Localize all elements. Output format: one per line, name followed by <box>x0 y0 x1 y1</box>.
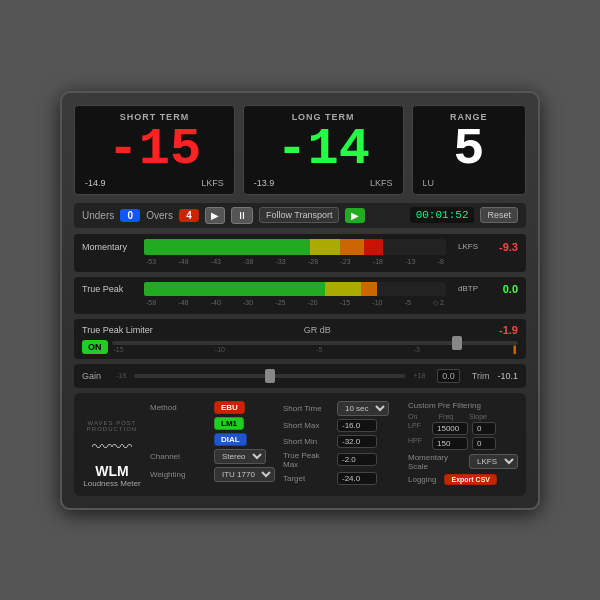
method-row: Method EBU <box>150 401 275 414</box>
range-unit: LU <box>423 178 435 188</box>
tick-8: -8 <box>438 258 444 265</box>
cf-hpf-row: HPF <box>408 437 518 450</box>
lpf-slope-input[interactable] <box>472 422 496 435</box>
limiter-slider-container: -15 -10 -5 -3 ▐ <box>112 341 519 353</box>
momentary-dark-seg <box>383 239 446 255</box>
tp-max-label: True Peak Max <box>283 451 333 469</box>
tick-48: -48 <box>178 258 188 265</box>
tp-scale-labels: -58 -48 -40 -30 -25 -20 -15 -10 -5 ◇ 2 <box>144 299 446 307</box>
method-label: Method <box>150 403 210 412</box>
true-peak-label: True Peak <box>82 284 140 294</box>
target-row: Target <box>283 472 400 485</box>
tick-43: -43 <box>211 258 221 265</box>
target-input[interactable] <box>337 472 377 485</box>
momentary-scale-row: Momentary Scale LKFS <box>408 453 518 471</box>
cf-slope-label: Slope <box>464 413 492 420</box>
lm1-row: LM1 <box>150 417 275 430</box>
momentary-bar <box>144 239 446 255</box>
limiter-track[interactable] <box>112 341 519 345</box>
trim-label: Trim <box>472 371 490 381</box>
ebu-button[interactable]: EBU <box>214 401 245 414</box>
target-label: Target <box>283 474 333 483</box>
logging-button[interactable]: Export CSV <box>444 474 497 485</box>
range-value: 5 <box>453 124 484 176</box>
plugin-container: SHORT TERM -15 -14.9 LKFS LONG TERM -14 … <box>60 91 540 510</box>
tp-yellow-seg <box>325 282 361 296</box>
hpf-slope-input[interactable] <box>472 437 496 450</box>
gain-label: Gain <box>82 371 110 381</box>
weighting-select[interactable]: ITU 1770 <box>214 467 275 482</box>
channel-select[interactable]: Stereo <box>214 449 266 464</box>
gain-value: 0.0 <box>437 369 460 383</box>
gain-track[interactable] <box>134 374 405 378</box>
follow-transport[interactable]: Follow Transport <box>259 207 340 223</box>
momentary-scale-labels: -53 -48 -43 -38 -33 -28 -23 -18 -13 -8 <box>144 258 446 265</box>
bottom-section: WAVES POST PRODUCTION 〰〰 WLM Loudness Me… <box>74 393 526 496</box>
true-peak-section: True Peak dBTP 0.0 -58 -48 -40 -30 -25 -… <box>74 277 526 314</box>
tick-53: -53 <box>146 258 156 265</box>
momentary-yellow-seg <box>310 239 340 255</box>
unders-value: 0 <box>120 209 140 222</box>
long-term-value: -14 <box>276 124 370 176</box>
true-peak-scale: -58 -48 -40 -30 -25 -20 -15 -10 -5 ◇ 2 <box>82 299 518 307</box>
short-time-select[interactable]: 10 sec <box>337 401 389 416</box>
pause-button[interactable]: ⏸ <box>231 207 253 224</box>
time-display: 00:01:52 <box>410 207 475 223</box>
short-time-label: Short Time <box>283 404 333 413</box>
long-term-unit: LKFS <box>370 178 393 188</box>
momentary-scale-label: Momentary Scale <box>408 453 461 471</box>
brand-text: WAVES POST PRODUCTION <box>82 420 142 432</box>
hpf-freq-input[interactable] <box>432 437 468 450</box>
plugin-subtitle: Loudness Meter <box>83 479 140 488</box>
limiter-title: True Peak Limiter <box>82 325 153 335</box>
tick-13: -13 <box>405 258 415 265</box>
long-term-meter: LONG TERM -14 -13.9 LKFS <box>243 105 404 195</box>
tp-orange-seg <box>361 282 376 296</box>
limiter-header: True Peak Limiter GR dB -1.9 <box>82 324 518 336</box>
momentary-orange-seg <box>340 239 364 255</box>
follow-arrow-icon[interactable]: ▶ <box>345 208 365 223</box>
logging-label: Logging <box>408 475 436 484</box>
waves-logo-icon: 〰〰 <box>92 436 132 459</box>
lm1-button[interactable]: LM1 <box>214 417 244 430</box>
tp-dark-seg <box>377 282 446 296</box>
play-button[interactable]: ▶ <box>205 207 225 224</box>
reset-button[interactable]: Reset <box>480 207 518 223</box>
logging-row: Logging Export CSV <box>408 474 518 485</box>
momentary-label: Momentary <box>82 242 140 252</box>
settings-mid: Short Time 10 sec Short Max Short Min Tr… <box>283 401 400 488</box>
momentary-row: Momentary LKFS -9.3 <box>82 239 518 255</box>
momentary-scale: -53 -48 -43 -38 -33 -28 -23 -18 -13 -8 <box>82 258 518 265</box>
cf-hpf-label: HPF <box>408 437 428 450</box>
weighting-label: Weighting <box>150 470 210 479</box>
tick-38: -38 <box>243 258 253 265</box>
short-min-input[interactable] <box>337 435 377 448</box>
limiter-thumb[interactable] <box>452 336 462 350</box>
momentary-scale-select[interactable]: LKFS <box>469 454 518 469</box>
cf-lpf-label: LPF <box>408 422 428 435</box>
short-term-unit: LKFS <box>201 178 224 188</box>
short-min-label: Short Min <box>283 437 333 446</box>
momentary-value: -9.3 <box>482 241 518 253</box>
limiter-slider-row: ON -15 -10 -5 -3 ▐ <box>82 340 518 354</box>
tp-max-input[interactable] <box>337 453 377 466</box>
momentary-unit: LKFS <box>450 242 478 251</box>
short-max-input[interactable] <box>337 419 377 432</box>
dial-row: DIAL <box>150 433 275 446</box>
short-min-row: Short Min <box>283 435 400 448</box>
tick-33: -33 <box>276 258 286 265</box>
range-meter: RANGE 5 LU <box>412 105 527 195</box>
tp-max-row: True Peak Max <box>283 451 400 469</box>
dial-button[interactable]: DIAL <box>214 433 247 446</box>
weighting-row: Weighting ITU 1770 <box>150 467 275 482</box>
limiter-gr-label: GR dB <box>304 325 331 335</box>
gain-thumb[interactable] <box>265 369 275 383</box>
plugin-title: WLM <box>95 463 128 479</box>
custom-filter-label: Custom Pre Filtering <box>408 401 518 410</box>
tick-18m: -18 <box>373 258 383 265</box>
limiter-on-button[interactable]: ON <box>82 340 108 354</box>
true-peak-unit: dBTP <box>450 284 478 293</box>
overs-value: 4 <box>179 209 199 222</box>
lpf-freq-input[interactable] <box>432 422 468 435</box>
gain-min: -18 <box>116 372 126 379</box>
